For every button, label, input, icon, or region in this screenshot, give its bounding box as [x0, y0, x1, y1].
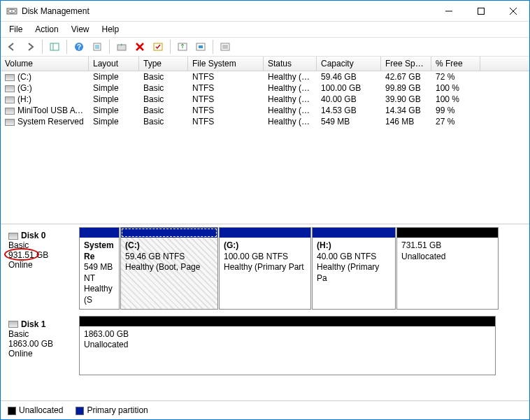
volume-row[interactable]: MiniTool USB A R...SimpleBasicNTFSHealth…: [1, 105, 529, 116]
volume-icon: [5, 74, 15, 81]
partition-band: [121, 228, 217, 238]
column-header[interactable]: % Free: [431, 57, 480, 71]
partition-container: 1863.00 GBUnallocated: [79, 316, 522, 375]
partition-band: [313, 228, 395, 238]
volume-cell: 100 %: [431, 82, 480, 94]
volume-name: MiniTool USB A R...: [1, 105, 89, 116]
disk-icon: [8, 233, 18, 240]
highlight-circle: [4, 248, 39, 261]
disk-name: Disk 1: [21, 319, 45, 329]
forward-button[interactable]: [22, 39, 38, 55]
volume-cell: Simple: [89, 94, 139, 105]
disk-info[interactable]: Disk 1Basic1863.00 GBOnline: [5, 316, 79, 375]
volume-icon: [5, 96, 15, 103]
volume-cell: 99 %: [431, 105, 480, 116]
maximize-button[interactable]: [465, 1, 497, 22]
volume-cell: 100 %: [431, 94, 480, 105]
help-button[interactable]: ?: [71, 39, 87, 55]
column-header[interactable]: File System: [188, 57, 264, 71]
minimize-button[interactable]: [433, 1, 465, 22]
disk-size: 1863.00 GB: [8, 339, 76, 349]
partition-band: [397, 228, 498, 238]
column-header[interactable]: Free Spa...: [381, 57, 431, 71]
list-button[interactable]: [217, 39, 234, 55]
volume-list[interactable]: VolumeLayoutTypeFile SystemStatusCapacit…: [1, 57, 529, 224]
volume-cell: Healthy (P...: [264, 105, 317, 116]
menu-view[interactable]: View: [66, 23, 95, 36]
action-button[interactable]: [174, 39, 191, 55]
primary-partition[interactable]: (C:)59.46 GB NTFSHealthy (Boot, Page: [120, 227, 218, 310]
volume-cell: Basic: [139, 82, 188, 94]
partition-body: System Re549 MB NTHealthy (S: [80, 238, 119, 309]
graphical-scroll[interactable]: Disk 0Basic931.51 GBOnlineSystem Re549 M…: [1, 224, 529, 400]
partition-body: (G:)100.00 GB NTFSHealthy (Primary Part: [220, 238, 310, 309]
legend-item: Primary partition: [76, 405, 148, 415]
volume-cell: Simple: [89, 71, 139, 82]
disk-info[interactable]: Disk 0Basic931.51 GBOnline: [5, 227, 79, 310]
volume-cell: 40.00 GB: [317, 94, 381, 105]
volume-cell: 549 MB: [317, 116, 381, 127]
partition-band: [220, 228, 310, 238]
volume-cell: 14.53 GB: [317, 105, 381, 116]
app-icon: [6, 6, 17, 17]
partition-band: [80, 317, 495, 326]
svg-point-2: [11, 10, 13, 12]
volume-name: System Reserved: [1, 116, 89, 127]
volume-row[interactable]: (H:)SimpleBasicNTFSHealthy (P...40.00 GB…: [1, 94, 529, 105]
disk-management-window: Disk Management FileActionViewHelp ?: [0, 0, 530, 420]
volume-cell: Simple: [89, 82, 139, 94]
graphical-view: Disk 0Basic931.51 GBOnlineSystem Re549 M…: [1, 224, 529, 400]
toolbar: ?: [1, 37, 529, 57]
disk-type: Basic: [8, 329, 76, 339]
column-header[interactable]: Capacity: [317, 57, 381, 71]
column-header[interactable]: Type: [139, 57, 188, 71]
titlebar: Disk Management: [1, 1, 529, 22]
refresh-button[interactable]: [113, 39, 130, 55]
window-title: Disk Management: [22, 6, 433, 16]
disk-name: Disk 0: [21, 231, 45, 240]
volume-cell: Healthy (P...: [264, 94, 317, 105]
volume-name: (H:): [1, 94, 89, 105]
partition-body: (C:)59.46 GB NTFSHealthy (Boot, Page: [121, 238, 217, 309]
volume-icon: [5, 108, 15, 115]
volume-cell: NTFS: [188, 71, 264, 82]
menu-file[interactable]: File: [3, 23, 28, 36]
disk-type: Basic: [8, 240, 76, 250]
legend: UnallocatedPrimary partition: [1, 400, 529, 419]
column-header[interactable]: Volume: [1, 57, 89, 71]
close-button[interactable]: [497, 1, 529, 22]
settings-button[interactable]: [192, 39, 209, 55]
partition-band: [80, 228, 119, 238]
primary-partition[interactable]: (H:)40.00 GB NTFSHealthy (Primary Pa: [312, 227, 396, 310]
menubar: FileActionViewHelp: [1, 22, 529, 37]
volume-cell: 27 %: [431, 116, 480, 127]
volume-name: (C:): [1, 71, 89, 82]
volume-cell: Healthy (S...: [264, 116, 317, 127]
properties-button[interactable]: [89, 39, 106, 55]
menu-help[interactable]: Help: [96, 23, 125, 36]
volume-cell: 146 MB: [381, 116, 431, 127]
column-header[interactable]: Layout: [89, 57, 139, 71]
volume-cell: 72 %: [431, 71, 480, 82]
partition-container: System Re549 MB NTHealthy (S(C:)59.46 GB…: [79, 227, 522, 310]
volume-row[interactable]: (C:)SimpleBasicNTFSHealthy (B...59.46 GB…: [1, 71, 529, 82]
volume-cell: NTFS: [188, 94, 264, 105]
partition-body: 731.51 GBUnallocated: [397, 238, 498, 309]
column-header[interactable]: Status: [264, 57, 317, 71]
apply-button[interactable]: [150, 39, 166, 55]
volume-row[interactable]: (G:)SimpleBasicNTFSHealthy (P...100.00 G…: [1, 82, 529, 94]
back-button[interactable]: [3, 39, 20, 55]
volume-row[interactable]: System ReservedSimpleBasicNTFSHealthy (S…: [1, 116, 529, 127]
volume-cell: Basic: [139, 105, 188, 116]
primary-partition[interactable]: System Re549 MB NTHealthy (S: [79, 227, 120, 310]
legend-swatch: [8, 407, 16, 415]
primary-partition[interactable]: (G:)100.00 GB NTFSHealthy (Primary Part: [219, 227, 311, 310]
unallocated-partition[interactable]: 1863.00 GBUnallocated: [79, 316, 496, 375]
volume-cell: 14.34 GB: [381, 105, 431, 116]
disk-status: Online: [8, 349, 76, 359]
legend-item: Unallocated: [8, 405, 63, 415]
delete-button[interactable]: [131, 39, 148, 55]
show-hide-console-button[interactable]: [46, 39, 63, 55]
menu-action[interactable]: Action: [29, 23, 64, 36]
unallocated-partition[interactable]: 731.51 GBUnallocated: [396, 227, 499, 310]
